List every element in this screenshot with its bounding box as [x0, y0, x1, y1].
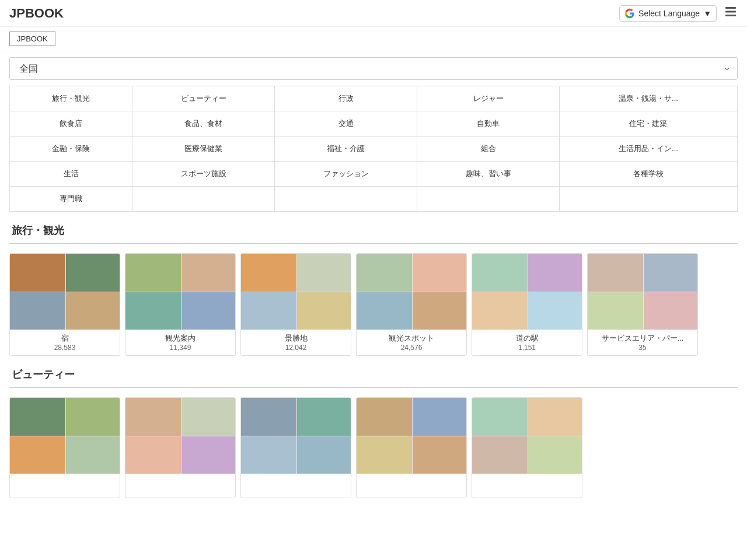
- header: JPBOOK Select Language ▼: [0, 0, 747, 27]
- card-info: [241, 474, 351, 498]
- thumbnail-quadrant: [66, 254, 121, 292]
- breadcrumb-bar: JPBOOK: [0, 27, 747, 51]
- thumbnail-quadrant: [644, 254, 699, 292]
- thumbnail-quadrant: [297, 254, 352, 292]
- thumbnail-quadrant: [10, 292, 65, 330]
- beauty-cards-grid: [9, 397, 738, 498]
- thumbnail-quadrant: [528, 436, 583, 474]
- list-view-icon[interactable]: [724, 5, 738, 22]
- category-cell[interactable]: 自動車: [417, 111, 560, 136]
- category-cell[interactable]: 生活: [10, 162, 132, 187]
- category-cell[interactable]: 趣味、習い事: [417, 162, 560, 187]
- thumbnail-quadrant: [66, 292, 121, 330]
- card-count: [361, 486, 462, 494]
- category-cell[interactable]: 組合: [417, 136, 560, 162]
- category-cell[interactable]: 食品、食材: [132, 111, 275, 136]
- thumbnail-quadrant: [528, 254, 583, 292]
- thumbnail-quadrant: [413, 398, 467, 436]
- card-name: 観光スポット: [361, 333, 462, 344]
- thumbnail-quadrant: [10, 436, 65, 474]
- breadcrumb-tab[interactable]: JPBOOK: [9, 32, 55, 46]
- category-cell[interactable]: 旅行・観光: [10, 86, 132, 111]
- thumbnail-quadrant: [181, 254, 236, 292]
- category-cell[interactable]: 各種学校: [559, 162, 737, 187]
- card-info: [472, 474, 582, 498]
- thumbnail-quadrant: [125, 398, 181, 436]
- thumbnail-quadrant: [241, 254, 296, 292]
- card-thumbnail: [588, 254, 698, 330]
- travel-card[interactable]: 道の駅1,151: [472, 253, 582, 356]
- travel-card[interactable]: サービスエリア・パー...35: [587, 253, 698, 356]
- travel-cards-grid: 宿28,583観光案内11,349景勝地12,042観光スポット24,576道の…: [9, 253, 738, 356]
- category-cell[interactable]: 行政: [275, 86, 417, 111]
- card-count: [130, 486, 231, 494]
- category-cell[interactable]: 住宅・建築: [559, 111, 737, 136]
- category-cell[interactable]: 交通: [275, 111, 417, 136]
- thumbnail-quadrant: [297, 398, 352, 436]
- thumbnail-quadrant: [297, 436, 352, 474]
- beauty-card[interactable]: [9, 397, 120, 498]
- card-name: 観光案内: [130, 333, 231, 344]
- category-cell[interactable]: 温泉・銭湯・サ...: [559, 86, 737, 111]
- site-logo: JPBOOK: [9, 6, 64, 21]
- card-count: 12,042: [246, 344, 346, 352]
- thumbnail-quadrant: [357, 292, 412, 330]
- travel-section-title: 旅行・観光: [9, 223, 738, 237]
- category-cell[interactable]: 金融・保険: [10, 136, 132, 162]
- thumbnail-quadrant: [472, 398, 528, 436]
- beauty-card[interactable]: [472, 397, 582, 498]
- card-info: サービスエリア・パー...35: [588, 330, 697, 355]
- thumbnail-quadrant: [644, 292, 699, 330]
- travel-card[interactable]: 宿28,583: [9, 253, 120, 356]
- travel-card[interactable]: 観光スポット24,576: [356, 253, 467, 356]
- category-cell[interactable]: 飲食店: [10, 111, 132, 136]
- card-thumbnail: [241, 254, 351, 330]
- beauty-card[interactable]: [356, 397, 467, 498]
- card-info: [125, 474, 235, 498]
- thumbnail-quadrant: [357, 436, 412, 474]
- thumbnail-quadrant: [181, 398, 236, 436]
- card-thumbnail: [241, 398, 351, 474]
- region-selector-wrap: 全国 北海道 東北 関東 中部 近畿 中国 四国 九州・沖縄: [9, 57, 738, 80]
- card-thumbnail: [125, 398, 236, 474]
- card-thumbnail: [357, 254, 467, 330]
- svg-rect-2: [725, 15, 736, 16]
- card-name: [15, 477, 115, 486]
- category-cell[interactable]: [275, 187, 417, 212]
- thumbnail-quadrant: [528, 398, 583, 436]
- lang-label: Select Language: [638, 9, 700, 18]
- category-cell[interactable]: レジャー: [417, 86, 560, 111]
- category-cell[interactable]: [417, 187, 560, 212]
- category-cell[interactable]: 福祉・介護: [275, 136, 417, 162]
- beauty-card[interactable]: [240, 397, 351, 498]
- category-cell[interactable]: スポーツ施設: [132, 162, 275, 187]
- thumbnail-quadrant: [297, 292, 352, 330]
- card-name: 景勝地: [246, 333, 346, 344]
- card-thumbnail: [10, 398, 120, 474]
- thumbnail-quadrant: [66, 436, 121, 474]
- header-right: Select Language ▼: [619, 5, 738, 22]
- category-cell[interactable]: 専門職: [10, 187, 132, 212]
- svg-rect-0: [725, 7, 736, 9]
- category-cell[interactable]: [132, 187, 275, 212]
- card-thumbnail: [357, 398, 467, 474]
- travel-card[interactable]: 観光案内11,349: [125, 253, 236, 356]
- category-cell[interactable]: [559, 187, 737, 212]
- card-info: 観光スポット24,576: [357, 330, 466, 355]
- thumbnail-quadrant: [472, 436, 528, 474]
- category-grid: 旅行・観光ビューティー行政レジャー温泉・銭湯・サ...飲食店食品、食材交通自動車…: [9, 86, 738, 212]
- category-cell[interactable]: ファッション: [275, 162, 417, 187]
- category-cell[interactable]: 生活用品・イン...: [559, 136, 737, 162]
- thumbnail-quadrant: [241, 436, 296, 474]
- beauty-card[interactable]: [125, 397, 236, 498]
- category-cell[interactable]: 医療保健業: [132, 136, 275, 162]
- language-selector[interactable]: Select Language ▼: [619, 5, 717, 22]
- card-name: サービスエリア・パー...: [592, 333, 693, 344]
- thumbnail-quadrant: [66, 398, 121, 436]
- region-select[interactable]: 全国 北海道 東北 関東 中部 近畿 中国 四国 九州・沖縄: [10, 58, 737, 79]
- card-count: 35: [592, 344, 693, 352]
- card-count: 28,583: [15, 344, 115, 352]
- category-cell[interactable]: ビューティー: [132, 86, 275, 111]
- travel-card[interactable]: 景勝地12,042: [240, 253, 351, 356]
- card-info: 景勝地12,042: [241, 330, 351, 355]
